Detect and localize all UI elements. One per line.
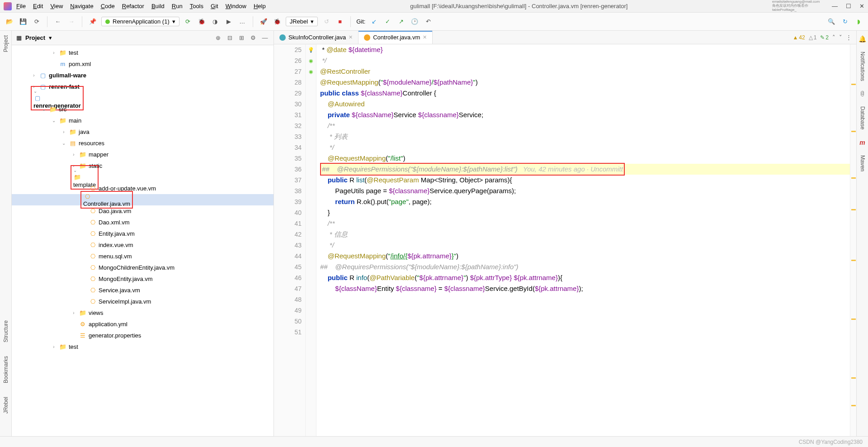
- menu-tools[interactable]: Tools: [190, 3, 203, 10]
- git-push-icon[interactable]: ↗: [396, 17, 406, 27]
- code-line[interactable]: ${className}Entity ${classname} = ${clas…: [320, 283, 856, 294]
- code-line[interactable]: @Autowired: [320, 99, 856, 109]
- code-line[interactable]: /**: [320, 120, 856, 131]
- bookmarks-tool-button[interactable]: Bookmarks: [3, 356, 9, 383]
- code-line[interactable]: /**: [320, 218, 856, 229]
- git-update-icon[interactable]: ↙: [369, 17, 379, 27]
- run-icon[interactable]: ⟳: [183, 17, 193, 27]
- line-number[interactable]: 45: [274, 262, 302, 272]
- tree-item-gulimall-ware[interactable]: ›▢gulimall-ware: [12, 70, 274, 81]
- expand-all-icon[interactable]: ⊟: [226, 34, 234, 41]
- tree-item-src[interactable]: ⌄📁src: [12, 104, 274, 115]
- code-line[interactable]: */: [320, 142, 856, 153]
- code-line[interactable]: @RequestMapping("/list"): [320, 153, 856, 164]
- menu-navigate[interactable]: Navigate: [70, 3, 93, 10]
- tree-item-index-vue-vm[interactable]: ⎔index.vue.vm: [12, 239, 274, 251]
- tree-item-test[interactable]: ›📁test: [12, 341, 274, 352]
- code-editor[interactable]: * @date ${datetime} */@RestController@Re…: [316, 44, 856, 436]
- tree-item-java[interactable]: ›📁java: [12, 126, 274, 138]
- code-line[interactable]: @RestController: [320, 66, 856, 77]
- maximize-button[interactable]: ☐: [846, 3, 851, 10]
- profile-icon[interactable]: ▶: [224, 17, 234, 27]
- notifications-icon[interactable]: 🔔: [859, 35, 866, 43]
- gutter-marker[interactable]: ◉: [306, 55, 316, 66]
- menu-run[interactable]: Run: [172, 3, 183, 10]
- save-icon[interactable]: 💾: [18, 17, 28, 27]
- jrebel-status-icon[interactable]: ◗: [854, 17, 863, 27]
- line-number[interactable]: 39: [274, 196, 302, 207]
- line-number[interactable]: 35: [274, 153, 302, 164]
- tree-item-dao-java-vm[interactable]: ⎔Dao.java.vm: [12, 205, 274, 217]
- menu-window[interactable]: Window: [226, 3, 246, 10]
- close-button[interactable]: ✕: [859, 3, 864, 10]
- line-number[interactable]: 33: [274, 131, 302, 142]
- line-gutter[interactable]: 2526272829303132333435363738394041424344…: [274, 44, 306, 436]
- menu-build[interactable]: Build: [151, 3, 165, 10]
- tree-arrow-icon[interactable]: ›: [51, 50, 57, 55]
- tree-arrow-icon[interactable]: ›: [31, 73, 37, 78]
- code-line[interactable]: public R info(@PathVariable("${pk.attrna…: [320, 272, 856, 283]
- line-number[interactable]: 32: [274, 120, 302, 131]
- notifications-tool-button[interactable]: Notifications: [859, 52, 866, 81]
- line-number[interactable]: 51: [274, 327, 302, 338]
- tree-arrow-icon[interactable]: ›: [51, 344, 57, 349]
- tree-item-pom-xml[interactable]: mpom.xml: [12, 58, 274, 70]
- tree-item-mongochildrenentity-java-vm[interactable]: ⎔MongoChildrenEntity.java.vm: [12, 262, 274, 273]
- line-number[interactable]: 31: [274, 109, 302, 120]
- code-line[interactable]: ## @RequiresPermissions("${moduleName}:$…: [320, 164, 856, 175]
- jrebel-dropdown[interactable]: JRebel ▾: [286, 17, 318, 26]
- menu-code[interactable]: Code: [101, 3, 115, 10]
- sync-icon[interactable]: ↻: [840, 17, 850, 27]
- code-line[interactable]: return R.ok().put("page", page);: [320, 196, 856, 207]
- gutter-marker[interactable]: ◉: [306, 66, 316, 77]
- tree-item-mapper[interactable]: ›📁mapper: [12, 149, 274, 160]
- tree-item-views[interactable]: ›📁views: [12, 307, 274, 319]
- line-number[interactable]: 36: [274, 164, 302, 175]
- maven-tool-button[interactable]: Maven: [859, 155, 866, 171]
- tree-arrow-icon[interactable]: ›: [71, 310, 77, 315]
- open-icon[interactable]: 📂: [5, 17, 14, 27]
- close-tab-icon[interactable]: ✕: [349, 34, 353, 40]
- tree-arrow-icon[interactable]: ⌄: [41, 107, 47, 112]
- debug-icon[interactable]: 🐞: [197, 17, 207, 27]
- tab-skuinfocontroller-java[interactable]: SkuInfoController.java✕: [274, 31, 359, 44]
- typos-badge[interactable]: ✎2: [820, 34, 829, 41]
- code-line[interactable]: * @date ${datetime}: [320, 44, 856, 55]
- gutter-marker[interactable]: 💡: [306, 44, 316, 55]
- line-number[interactable]: 28: [274, 77, 302, 88]
- project-tool-button[interactable]: Project: [3, 35, 9, 52]
- tree-arrow-icon[interactable]: ›: [71, 152, 77, 157]
- minimize-button[interactable]: —: [832, 3, 838, 10]
- coverage-icon[interactable]: ◑: [210, 17, 220, 27]
- git-history-icon[interactable]: 🕑: [410, 17, 420, 27]
- line-number[interactable]: 37: [274, 175, 302, 185]
- code-line[interactable]: public class ${className}Controller {: [320, 88, 856, 99]
- code-line[interactable]: ## @RequiresPermissions("${moduleName}:$…: [320, 262, 856, 272]
- line-number[interactable]: 47: [274, 283, 302, 294]
- back-icon[interactable]: ←: [53, 17, 63, 27]
- refresh-icon[interactable]: ⟳: [32, 17, 42, 27]
- tree-item-entity-java-vm[interactable]: ⎔Entity.java.vm: [12, 228, 274, 239]
- line-number[interactable]: 26: [274, 55, 302, 66]
- git-rollback-icon[interactable]: ↶: [423, 17, 433, 27]
- tree-item-add-or-update-vue-vm[interactable]: ⎔add-or-update.vue.vm: [12, 183, 274, 194]
- tree-item-menu-sql-vm[interactable]: ⎔menu.sql.vm: [12, 251, 274, 262]
- attach-icon[interactable]: …: [237, 17, 247, 27]
- more-actions-icon[interactable]: ⋮: [846, 34, 852, 41]
- code-line[interactable]: @RequestMapping("/info/{${pk.attrname}}"…: [320, 251, 856, 262]
- menu-git[interactable]: Git: [211, 3, 218, 10]
- project-tree[interactable]: ›📁testmpom.xml›▢gulimall-ware›▢renren-fa…: [12, 45, 274, 436]
- tree-item-main[interactable]: ⌄📁main: [12, 115, 274, 126]
- menu-help[interactable]: Help: [254, 3, 266, 10]
- line-number[interactable]: 48: [274, 294, 302, 305]
- code-line[interactable]: * 列表: [320, 131, 856, 142]
- prev-highlight-icon[interactable]: ˄: [832, 34, 835, 41]
- database-tool-button[interactable]: Database: [859, 106, 866, 129]
- tree-item-static[interactable]: ›📁static: [12, 160, 274, 171]
- line-number[interactable]: 44: [274, 251, 302, 262]
- menu-view[interactable]: View: [50, 3, 63, 10]
- tree-item-controller-java-vm[interactable]: ⎔Controller.java.vm: [12, 194, 274, 205]
- tree-item-application-yml[interactable]: ⚙application.yml: [12, 319, 274, 330]
- jrebel-debug-icon[interactable]: 🐞: [272, 17, 282, 27]
- line-number[interactable]: 49: [274, 305, 302, 316]
